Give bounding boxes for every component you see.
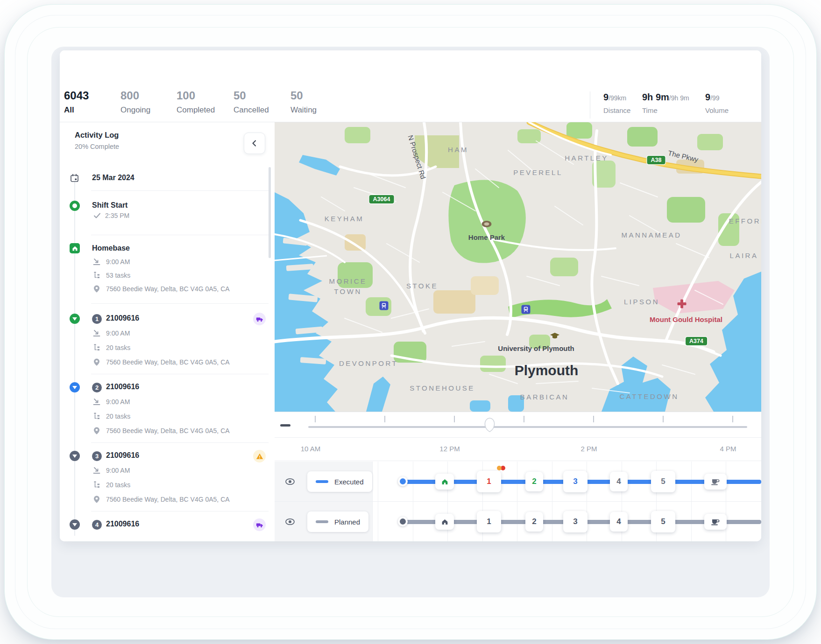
stop-tasks: 20 tasks xyxy=(106,344,130,351)
stop-marker-1[interactable] xyxy=(70,314,80,324)
axis-tick-stub xyxy=(447,462,448,466)
stop-card-2[interactable]: 2 xyxy=(525,472,543,491)
activity-log-progress: 20% Complete xyxy=(75,143,119,150)
slider-hour-tick xyxy=(315,416,316,422)
stop-card-5[interactable]: 5 xyxy=(651,511,675,532)
stat-time: 9h 9m/9h 9mTime xyxy=(642,91,689,114)
slider-hour-tick xyxy=(593,416,594,422)
stop-card-4[interactable]: 4 xyxy=(610,512,628,532)
stop-card-4[interactable]: 4 xyxy=(610,472,628,491)
coffee-break-card[interactable] xyxy=(704,474,727,490)
tab-all[interactable]: 6043All xyxy=(64,90,89,115)
axis-tick-stub xyxy=(691,462,692,466)
stop-id[interactable]: 21009616 xyxy=(106,383,139,391)
shift-start-time: 2:35 PM xyxy=(105,212,129,219)
axis-tick-stub xyxy=(587,462,587,466)
stop-address: 7560 Beedie Way, Delta, BC V4G 0A5, CA xyxy=(106,427,230,434)
collapse-panel-button[interactable] xyxy=(244,133,265,154)
axis-tick-stub xyxy=(517,462,517,466)
stop-marker-4[interactable] xyxy=(70,519,80,530)
stop-number-badge: 3 xyxy=(92,451,102,461)
tab-completed[interactable]: 100Completed xyxy=(177,90,215,115)
legend-chip-executed[interactable]: Executed xyxy=(307,471,372,492)
axis-tick-stub xyxy=(656,462,657,466)
road-name-label: The Pkwy xyxy=(667,149,699,163)
zoom-out-icon[interactable] xyxy=(280,423,291,427)
shift-start-title[interactable]: Shift Start xyxy=(92,201,127,210)
timeline-slider-thumb[interactable] xyxy=(483,418,496,432)
map-area-label: DEVONPORT xyxy=(339,358,398,369)
timeline-slider-track[interactable] xyxy=(308,426,747,428)
timeline-row-planned: Planned12345 xyxy=(275,502,761,541)
map-area-label: STONEHOUSE xyxy=(410,383,475,393)
stop-card-1[interactable]: 1 xyxy=(477,471,501,492)
chevron-left-icon xyxy=(250,139,259,147)
visibility-eye-icon[interactable] xyxy=(282,474,298,490)
legend-label: Planned xyxy=(334,518,360,526)
home-stop-card[interactable] xyxy=(435,514,454,530)
legend-chip-planned[interactable]: Planned xyxy=(307,511,368,532)
visibility-eye-icon[interactable] xyxy=(282,514,298,530)
axis-tick-stub xyxy=(308,462,309,466)
tab-cancelled[interactable]: 50Cancelled xyxy=(234,90,269,115)
stop-id[interactable]: 21009616 xyxy=(106,520,139,528)
stop-card-2[interactable]: 2 xyxy=(525,512,543,532)
tablet-frame: 6043All800Ongoing100Completed50Cancelled… xyxy=(5,5,816,639)
stat-label: Distance xyxy=(603,106,630,114)
coffee-break-card[interactable] xyxy=(704,514,727,530)
homebase-icon xyxy=(70,243,80,253)
tab-ongoing[interactable]: 800Ongoing xyxy=(120,90,150,115)
homebase-address-icon xyxy=(92,285,101,293)
stop-card-3[interactable]: 3 xyxy=(563,471,587,492)
timeline-panel: 10 AM12 PM2 PM4 PM Executed12345Planned1… xyxy=(275,412,761,541)
stop-id[interactable]: 21009616 xyxy=(106,314,139,322)
axis-tick-stub xyxy=(622,462,622,466)
map-area-label: HAM xyxy=(448,145,468,155)
route-track: 12345 xyxy=(373,502,761,541)
stop-address: 7560 Beedie Way, Delta, BC V4G 0A5, CA xyxy=(106,496,230,503)
route-start-dot xyxy=(398,476,408,486)
stop-number-badge: 2 xyxy=(92,383,102,392)
road-badge: A374 xyxy=(686,337,707,345)
map-view[interactable]: HAMHARTLEYPEVERELLKEYHAMMANNAMEADEFFORDL… xyxy=(275,122,761,412)
sidebar-scrollbar[interactable] xyxy=(269,167,271,258)
stop-marker-2[interactable] xyxy=(70,382,80,392)
stop-card-5[interactable]: 5 xyxy=(651,471,675,492)
tab-waiting[interactable]: 50Waiting xyxy=(290,90,317,115)
timeline-axis: 10 AM12 PM2 PM4 PM xyxy=(275,438,761,461)
timeline-gridline xyxy=(656,462,657,501)
map-area-label: BARBICAN xyxy=(520,392,569,402)
timeline-gridline xyxy=(482,502,483,541)
tab-count: 50 xyxy=(290,90,317,102)
homebase-address: 7560 Beedie Way, Delta, BC V4G 0A5, CA xyxy=(106,285,230,293)
slider-hour-tick xyxy=(663,416,664,422)
stop-alert-dots xyxy=(497,466,505,470)
tab-count: 100 xyxy=(177,90,215,102)
tab-count: 800 xyxy=(120,90,150,102)
stop-number-badge: 1 xyxy=(92,314,102,324)
stats-divider xyxy=(590,91,590,119)
tab-count: 6043 xyxy=(64,90,89,102)
stop-id[interactable]: 21009616 xyxy=(106,451,139,460)
stat-distance: 9/99kmDistance xyxy=(603,91,630,114)
stat-value: 9/99km xyxy=(603,91,630,104)
calendar-icon xyxy=(70,174,79,182)
stop-card-3[interactable]: 3 xyxy=(563,511,587,532)
slider-hour-tick xyxy=(524,416,524,422)
legend-label: Executed xyxy=(334,478,364,486)
axis-time-label: 2 PM xyxy=(580,445,597,453)
map-area-label: KEYHAM xyxy=(325,214,364,224)
stop-time-icon xyxy=(92,398,101,406)
stop-address-icon xyxy=(92,495,101,504)
stop-card-1[interactable]: 1 xyxy=(477,511,501,532)
timeline-gridline xyxy=(622,502,622,541)
stop-tasks-icon xyxy=(92,412,101,420)
home-stop-card[interactable] xyxy=(435,474,454,490)
stop-tasks-icon xyxy=(92,343,101,352)
slider-hour-tick xyxy=(384,416,385,422)
timeline-gridline xyxy=(308,502,309,541)
map-area-label: HARTLEY xyxy=(565,153,608,163)
timeline-gridline xyxy=(447,462,448,501)
homebase-title[interactable]: Homebase xyxy=(92,244,130,252)
stop-marker-3[interactable] xyxy=(70,451,80,461)
